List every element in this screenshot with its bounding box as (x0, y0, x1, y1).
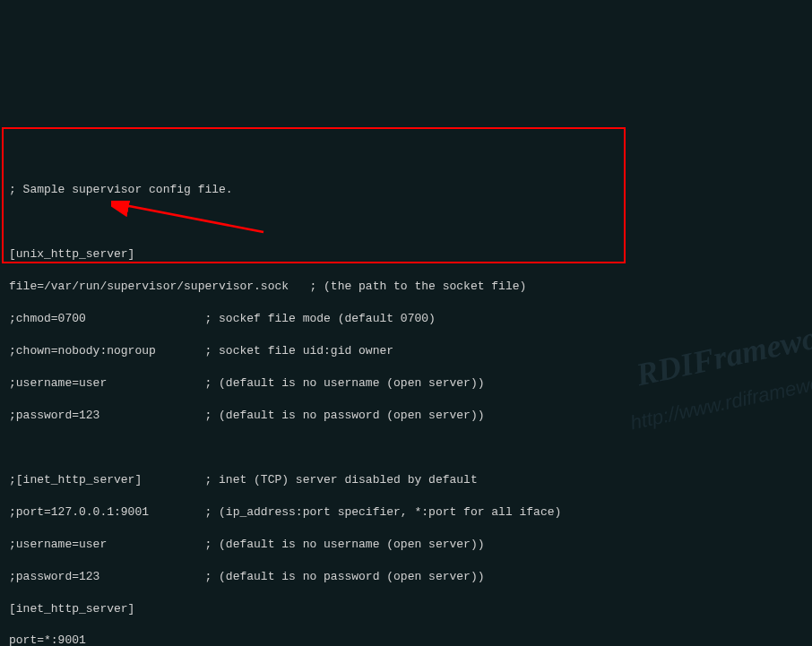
config-line (9, 440, 803, 456)
config-line (9, 214, 803, 230)
config-line: ;password=123 ; (default is no password … (9, 569, 803, 585)
config-line: ;username=user ; (default is no username… (9, 375, 803, 392)
config-line: [unix_http_server] (9, 246, 803, 263)
config-line: port=*:9001 (9, 633, 803, 646)
config-line: ;port=127.0.0.1:9001 ; (ip_address:port … (9, 504, 803, 521)
watermark-url: http://www.rdiframework.ne (627, 361, 812, 437)
config-line: file=/var/run/supervisor/supervisor.sock… (9, 279, 803, 295)
config-line: ;chown=nobody:nogroup ; socket file uid:… (9, 343, 803, 359)
config-line: [inet_http_server] (9, 601, 803, 617)
config-line: ;chmod=0700 ; sockef file mode (default … (9, 311, 803, 327)
config-line: ;[inet_http_server] ; inet (TCP) server … (9, 472, 803, 488)
config-line: ;password=123 ; (default is no password … (9, 408, 803, 424)
config-line: ; Sample supervisor config file. (9, 182, 803, 198)
config-line: ;username=user ; (default is no username… (9, 537, 803, 553)
